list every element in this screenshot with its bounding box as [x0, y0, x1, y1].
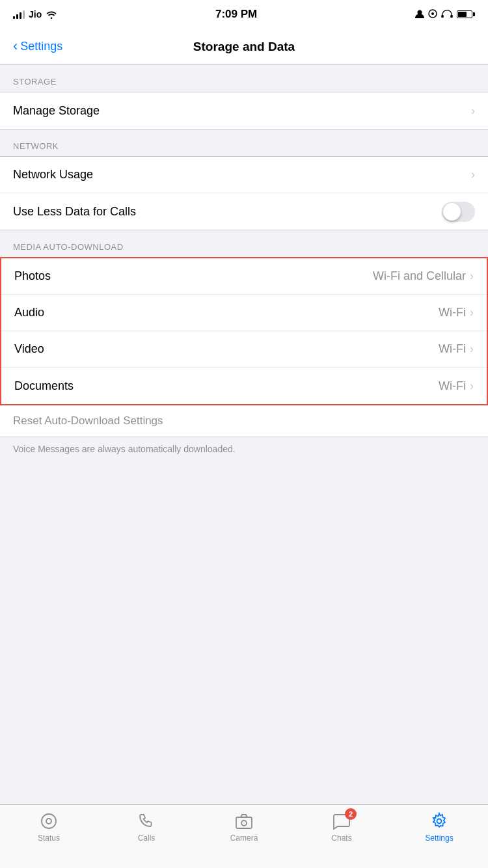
- media-auto-download-section-header: MEDIA AUTO-DOWNLOAD: [0, 230, 488, 257]
- audio-item[interactable]: Audio Wi-Fi ›: [1, 295, 487, 331]
- status-time: 7:09 PM: [215, 8, 257, 21]
- network-section-header: NETWORK: [0, 129, 488, 156]
- use-less-data-item: Use Less Data for Calls: [0, 193, 488, 230]
- reset-link-label: Reset Auto-Download Settings: [13, 414, 163, 427]
- use-less-data-label: Use Less Data for Calls: [13, 205, 136, 219]
- back-chevron-icon: ‹: [13, 38, 18, 55]
- network-list-group: Network Usage › Use Less Data for Calls: [0, 156, 488, 230]
- network-usage-right: ›: [471, 168, 475, 182]
- nav-header: ‹ Settings Storage and Data: [0, 29, 488, 65]
- manage-storage-item[interactable]: Manage Storage ›: [0, 92, 488, 129]
- calls-icon: [137, 811, 156, 831]
- svg-point-6: [46, 819, 51, 824]
- storage-section-header: STORAGE: [0, 65, 488, 92]
- tab-chats-label: Chats: [331, 834, 351, 843]
- tab-status-label: Status: [38, 834, 60, 843]
- photos-right: Wi-Fi and Cellular ›: [373, 269, 474, 283]
- status-left: Jio: [13, 9, 57, 20]
- headphone-icon: [441, 10, 453, 19]
- video-right: Wi-Fi ›: [439, 342, 474, 356]
- back-button[interactable]: ‹ Settings: [13, 39, 91, 55]
- camera-icon: [234, 811, 254, 831]
- tab-camera-label: Camera: [230, 834, 258, 843]
- audio-right: Wi-Fi ›: [439, 306, 474, 319]
- video-value: Wi-Fi: [439, 342, 466, 356]
- signal-bars: [13, 10, 25, 19]
- photos-value: Wi-Fi and Cellular: [373, 269, 466, 283]
- tab-camera[interactable]: Camera: [195, 811, 293, 843]
- network-usage-label: Network Usage: [13, 168, 93, 182]
- carrier-label: Jio: [29, 9, 42, 20]
- tab-status[interactable]: Status: [0, 811, 98, 843]
- video-chevron-icon: ›: [470, 342, 474, 356]
- audio-chevron-icon: ›: [470, 306, 474, 319]
- manage-storage-right: ›: [471, 104, 475, 118]
- svg-point-9: [437, 819, 442, 824]
- documents-right: Wi-Fi ›: [439, 379, 474, 393]
- tab-calls[interactable]: Calls: [98, 811, 195, 843]
- tab-settings-label: Settings: [425, 834, 453, 843]
- documents-value: Wi-Fi: [439, 379, 466, 393]
- storage-list-group: Manage Storage ›: [0, 92, 488, 129]
- person-icon: [415, 9, 424, 20]
- svg-rect-4: [450, 15, 453, 18]
- tab-calls-label: Calls: [138, 834, 156, 843]
- location-icon: [428, 9, 437, 20]
- audio-value: Wi-Fi: [439, 306, 466, 319]
- audio-label: Audio: [14, 306, 44, 319]
- settings-icon: [429, 811, 449, 831]
- photos-label: Photos: [14, 269, 51, 283]
- manage-storage-label: Manage Storage: [13, 104, 100, 118]
- photos-item[interactable]: Photos Wi-Fi and Cellular ›: [1, 258, 487, 295]
- video-item[interactable]: Video Wi-Fi ›: [1, 331, 487, 368]
- svg-point-8: [241, 821, 247, 826]
- network-usage-item[interactable]: Network Usage ›: [0, 157, 488, 193]
- documents-chevron-icon: ›: [470, 379, 474, 393]
- content-area: STORAGE Manage Storage › NETWORK Network…: [0, 65, 488, 530]
- chats-badge: 2: [345, 808, 357, 820]
- media-auto-download-list-group: Photos Wi-Fi and Cellular › Audio Wi-Fi …: [0, 257, 488, 405]
- use-less-data-toggle[interactable]: [442, 202, 475, 222]
- footer-note: Voice Messages are always automatically …: [0, 437, 488, 466]
- chats-icon: 2: [332, 811, 351, 831]
- video-label: Video: [14, 342, 44, 356]
- svg-rect-3: [441, 15, 444, 18]
- status-icon: [39, 811, 59, 831]
- battery-icon: [457, 10, 475, 18]
- manage-storage-chevron-icon: ›: [471, 104, 475, 118]
- svg-rect-7: [236, 817, 252, 828]
- photos-chevron-icon: ›: [470, 269, 474, 283]
- network-usage-chevron-icon: ›: [471, 168, 475, 182]
- toggle-knob: [443, 203, 461, 221]
- back-label: Settings: [20, 40, 62, 53]
- svg-point-5: [42, 814, 56, 828]
- wifi-icon: [46, 10, 57, 19]
- status-bar: Jio 7:09 PM: [0, 0, 488, 29]
- use-less-data-right: [442, 202, 475, 222]
- status-right: [415, 9, 475, 20]
- tab-settings[interactable]: Settings: [390, 811, 488, 843]
- page-title: Storage and Data: [91, 40, 397, 54]
- documents-label: Documents: [14, 379, 74, 393]
- documents-item[interactable]: Documents Wi-Fi ›: [1, 368, 487, 404]
- reset-link-container[interactable]: Reset Auto-Download Settings: [0, 405, 488, 437]
- tab-chats[interactable]: 2 Chats: [293, 811, 390, 843]
- tab-bar: Status Calls Camera 2 Chats: [0, 804, 488, 868]
- svg-point-2: [431, 12, 434, 15]
